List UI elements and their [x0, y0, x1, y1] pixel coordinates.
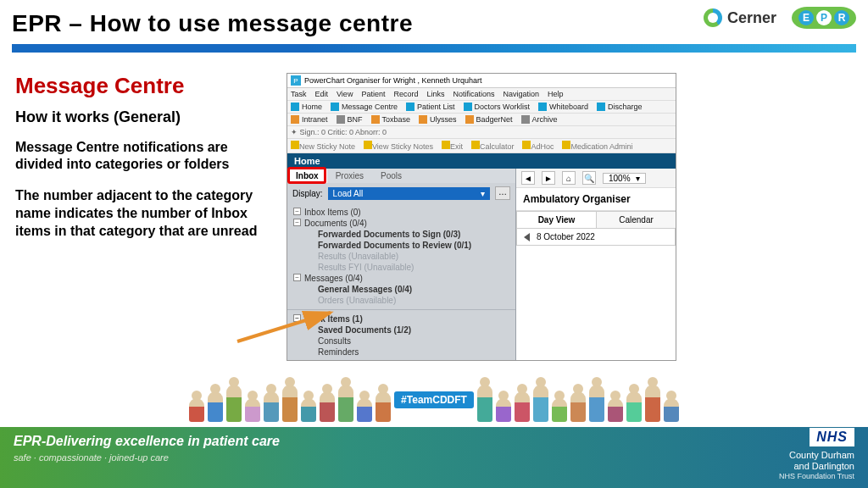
inbox-tab[interactable]: Proxies	[327, 169, 372, 183]
content-toolbar: ◄ ► ⌂ 🔍 100% ▾	[516, 169, 676, 188]
person-icon	[589, 385, 604, 422]
person-icon	[533, 385, 548, 422]
action-item[interactable]: View Sticky Notes	[364, 141, 433, 151]
tree-node[interactable]: Consults	[292, 336, 510, 347]
tree-node[interactable]: Results (Unavailable)	[292, 251, 510, 262]
trust-name: County Durham and Darlington NHS Foundat…	[779, 450, 854, 481]
link-item[interactable]: Archive	[521, 115, 558, 124]
tree-node[interactable]: Forwarded Documents to Sign (0/3)	[292, 229, 510, 240]
tree-label: Messages (0/4)	[304, 274, 363, 283]
menu-item[interactable]: Patient	[361, 90, 385, 98]
person-icon	[264, 391, 279, 422]
tree-node[interactable]: −Work Items (1)	[292, 313, 510, 324]
tree-toggle-icon[interactable]: −	[293, 314, 301, 322]
chevron-down-icon: ▾	[636, 174, 640, 183]
toolbar-icon	[464, 103, 472, 111]
person-icon	[189, 398, 204, 422]
tree-node[interactable]: Saved Documents (1/2)	[292, 324, 510, 336]
tree-label: Orders (Unavailable)	[318, 296, 396, 305]
inbox-tab[interactable]: Pools	[372, 169, 410, 183]
link-item[interactable]: Intranet	[291, 115, 328, 124]
home-icon: ⌂	[566, 174, 571, 183]
menu-item[interactable]: Task	[291, 90, 307, 98]
section-subheading: How it works (General)	[15, 108, 271, 127]
cerner-logo: Cerner	[704, 8, 776, 27]
toolbar-item[interactable]: Discharge	[597, 103, 643, 111]
menu-bar: TaskEditViewPatientRecordLinksNotificati…	[287, 88, 676, 101]
display-dropdown[interactable]: Load All ▾	[328, 187, 490, 200]
footer-tagline: EPR-Delivering excellence in patient car…	[14, 434, 854, 449]
menu-item[interactable]: Edit	[315, 90, 329, 98]
chevron-left-icon	[524, 233, 530, 241]
toolbar-icon	[406, 103, 415, 111]
tree-node[interactable]: Forwarded Documents to Review (0/1)	[292, 240, 510, 251]
tree-node[interactable]: Orders (Unavailable)	[292, 295, 510, 306]
link-item[interactable]: Ulysses	[419, 115, 457, 124]
date-selector[interactable]: 8 October 2022	[516, 229, 676, 246]
tree-node[interactable]: General Messages (0/4)	[292, 284, 510, 295]
person-icon	[496, 398, 511, 422]
person-icon	[282, 385, 298, 422]
action-item[interactable]: AdHoc	[522, 141, 554, 151]
person-icon	[664, 398, 679, 422]
action-item[interactable]: Calculator	[471, 141, 515, 151]
slide-footer: EPR-Delivering excellence in patient car…	[0, 427, 868, 488]
epr-e-icon: E	[798, 10, 814, 25]
display-more-button[interactable]: …	[495, 186, 510, 200]
link-item[interactable]: Toxbase	[371, 115, 411, 124]
tree-node[interactable]: −Documents (0/4)	[292, 218, 510, 229]
nav-fwd-button[interactable]: ►	[542, 171, 555, 185]
tree-label: Results (Unavailable)	[318, 252, 398, 261]
menu-item[interactable]: Record	[393, 90, 418, 98]
tree-label: Consults	[318, 336, 351, 346]
inbox-sidebar: InboxProxiesPools Display: Load All ▾ … …	[287, 169, 516, 361]
menu-item[interactable]: Navigation	[503, 90, 539, 98]
search-button[interactable]: 🔍	[582, 171, 596, 185]
toolbar-item[interactable]: Doctors Worklist	[464, 103, 530, 111]
toolbar-item[interactable]: Message Centre	[331, 103, 398, 111]
link-icon	[371, 115, 380, 124]
nav-back-button[interactable]: ◄	[521, 171, 535, 185]
link-item[interactable]: BNF	[337, 115, 363, 124]
person-icon	[608, 398, 623, 422]
current-date: 8 October 2022	[537, 232, 595, 241]
action-icon	[364, 141, 372, 149]
action-item[interactable]: Medication Admini	[562, 141, 632, 151]
tree-label: Forwarded Documents to Review (0/1)	[318, 241, 471, 250]
breadcrumb: Home	[287, 153, 676, 169]
organiser-tabs: Day ViewCalendar	[516, 211, 676, 229]
home-button[interactable]: ⌂	[562, 171, 576, 185]
action-item[interactable]: New Sticky Note	[291, 141, 355, 151]
inbox-tab-highlight	[287, 167, 326, 184]
window-title: PowerChart Organiser for Wright , Kennet…	[304, 76, 481, 85]
tree-node[interactable]: −Messages (0/4)	[292, 273, 510, 284]
tree-toggle-icon[interactable]: −	[293, 219, 301, 226]
toolbar-item[interactable]: Home	[291, 103, 322, 111]
tree-node[interactable]: Reminders	[292, 347, 510, 358]
tree-label: Saved Documents (1/2)	[318, 325, 411, 335]
menu-item[interactable]: Notifications	[453, 90, 494, 98]
menu-item[interactable]: Links	[426, 90, 444, 98]
organiser-tab[interactable]: Day View	[516, 211, 597, 228]
header-divider	[12, 44, 856, 53]
menu-item[interactable]: View	[337, 90, 353, 98]
content-pane: ◄ ► ⌂ 🔍 100% ▾ Ambulatory Organiser Day …	[516, 169, 676, 361]
section-heading: Message Centre	[15, 73, 271, 99]
menu-item[interactable]: Help	[548, 90, 564, 98]
tree-node[interactable]: Results FYI (Unavailable)	[292, 262, 510, 273]
tree-label: Forwarded Documents to Sign (0/3)	[318, 230, 460, 239]
person-icon	[626, 391, 642, 422]
app-icon: P	[291, 75, 301, 86]
tree-node[interactable]: −Inbox Items (0)	[292, 207, 510, 218]
toolbar-item[interactable]: Whiteboard	[538, 103, 588, 111]
tree-toggle-icon[interactable]: −	[293, 208, 301, 215]
toolbar-item[interactable]: Patient List	[406, 103, 455, 111]
link-item[interactable]: BadgerNet	[465, 115, 513, 124]
zoom-control[interactable]: 100% ▾	[603, 173, 646, 184]
search-icon: 🔍	[584, 174, 594, 183]
organiser-tab[interactable]: Calendar	[596, 211, 676, 228]
chevron-down-icon: ▾	[481, 189, 485, 198]
team-hashtag: #TeamCDDFT	[394, 391, 474, 408]
action-item[interactable]: Exit	[442, 141, 463, 151]
tree-toggle-icon[interactable]: −	[293, 274, 301, 281]
